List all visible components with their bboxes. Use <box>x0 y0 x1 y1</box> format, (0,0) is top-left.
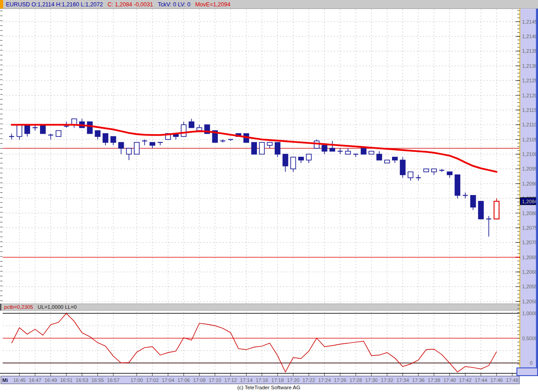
time-label: 17:42 <box>459 377 472 383</box>
scroll-corner-box[interactable] <box>517 368 538 376</box>
time-label: 17:38 <box>428 377 441 383</box>
time-label: 17:46 <box>490 377 503 383</box>
window-right-border <box>536 9 538 376</box>
time-label: 17:40 <box>443 377 456 383</box>
time-label: 16:45 <box>13 377 26 383</box>
trading-chart-window: EURUSD O:1,2114 H:1,2160 L:1,2072 C: 1,2… <box>0 0 538 392</box>
symbol-quote-line: EURUSD O:1,2114 H:1,2160 L:1,2072 C: 1,2… <box>6 1 231 8</box>
time-label: 17:00 <box>131 377 143 383</box>
price-label: 1,2075 <box>522 225 538 231</box>
price-label: 1,2130 <box>522 63 538 69</box>
indicator-axis-label: 1,0000 <box>522 311 538 316</box>
time-label: 17:22 <box>302 377 315 383</box>
time-label: 17:32 <box>381 377 393 383</box>
time-label: 17:14 <box>240 377 253 383</box>
price-label: 1,2095 <box>522 166 538 171</box>
time-label: 17:06 <box>177 377 190 383</box>
time-label: 17:02 <box>146 377 159 383</box>
time-label: 16:47 <box>29 377 41 383</box>
price-label: 1,2145 <box>522 19 538 25</box>
price-label: 1,2090 <box>522 181 538 186</box>
price-label: 1,2050 <box>522 299 538 304</box>
time-label: 17:16 <box>256 377 268 383</box>
time-label: 17:04 <box>162 377 175 383</box>
quote-move-text: MovE=1,2094 <box>195 1 231 8</box>
time-label: 17:28 <box>350 377 362 383</box>
quote-close-change-text: C: 1,2084 -0,0031 <box>108 1 153 8</box>
main-chart-titlebar: EURUSD O:1,2114 H:1,2160 L:1,2072 C: 1,2… <box>0 0 538 9</box>
time-label: 16:49 <box>45 377 57 383</box>
time-label: 17:08 <box>193 377 206 383</box>
quote-volume-text: TckV: 0 LV: 0 <box>158 1 191 8</box>
time-label: 17:30 <box>365 377 378 383</box>
last-price-tag: 1,2084 <box>520 198 537 205</box>
time-label: 17:36 <box>412 377 425 383</box>
time-axis[interactable]: Mi 16:4516:4716:4916:5116:5316:5516:5717… <box>1 376 519 384</box>
price-label: 1,2060 <box>522 269 538 275</box>
time-label: 16:53 <box>76 377 89 383</box>
price-label: 1,2125 <box>522 78 538 83</box>
price-label: 1,2120 <box>522 93 538 98</box>
time-label: 17:24 <box>318 377 331 383</box>
price-label: 1,2080 <box>522 211 538 216</box>
time-label: 17:12 <box>224 377 237 383</box>
price-label: 1,2105 <box>522 137 538 142</box>
weekday-label: Mi <box>2 377 8 383</box>
pctb-limits-text: UL=1,0000 LL=0 <box>38 304 77 310</box>
indicator-titlebar-background <box>0 304 520 311</box>
indicator-axis-label: 0 <box>530 360 533 366</box>
time-label: 16:55 <box>91 377 104 383</box>
time-label: 17:48 <box>506 377 519 383</box>
price-label: 1,2070 <box>522 240 538 245</box>
time-label: 17:18 <box>272 377 284 383</box>
time-label: 16:57 <box>107 377 120 383</box>
active-pane-accent-icon <box>0 0 3 9</box>
price-label: 1,2055 <box>522 284 538 289</box>
indicator-pane-accent <box>0 304 1 311</box>
price-label: 1,2135 <box>522 48 538 54</box>
price-label: 1,2100 <box>522 151 538 157</box>
price-label: 1,2140 <box>522 34 538 39</box>
indicator-titlebar: pctb=0,2305 UL=1,0000 LL=0 <box>0 304 520 311</box>
time-label: 17:26 <box>334 377 347 383</box>
time-label: 17:34 <box>397 377 409 383</box>
pctb-value-text: pctb=0,2305 <box>4 304 33 310</box>
quote-ohl-text: EURUSD O:1,2114 H:1,2160 L:1,2072 <box>6 1 103 8</box>
time-label: 17:20 <box>287 377 300 383</box>
time-label: 17:44 <box>475 377 488 383</box>
time-label: 16:51 <box>60 377 73 383</box>
indicator-axis-label: 0,5000 <box>522 336 538 341</box>
time-label: 17:10 <box>209 377 221 383</box>
indicator-title-line: pctb=0,2305 UL=1,0000 LL=0 <box>4 304 77 310</box>
price-label: 1,2065 <box>522 255 538 260</box>
copyright-text: (c) TeleTrader Software AG <box>237 385 301 390</box>
price-label: 1,2115 <box>522 107 537 113</box>
last-price-tag-text: 1,2084 <box>522 199 538 204</box>
price-label: 1,2110 <box>522 122 537 127</box>
